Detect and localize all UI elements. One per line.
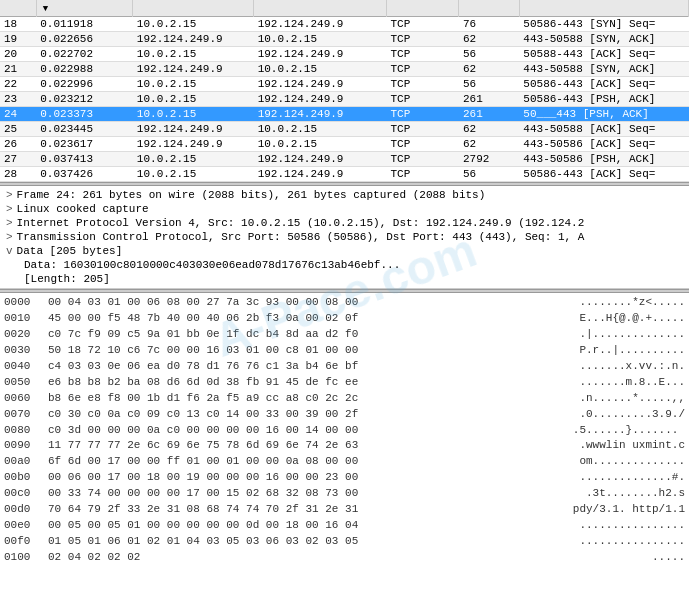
cell-no: 26 bbox=[0, 137, 36, 152]
cell-info: 50586-443 [ACK] Seq= bbox=[519, 167, 688, 182]
cell-source: 10.0.2.15 bbox=[133, 107, 254, 122]
col-source[interactable] bbox=[133, 0, 254, 17]
hex-ascii: ..............#. bbox=[579, 470, 685, 486]
col-info[interactable] bbox=[519, 0, 688, 17]
cell-protocol: TCP bbox=[387, 62, 459, 77]
cell-info: 443-50586 [PSH, ACK] bbox=[519, 152, 688, 167]
cell-length: 76 bbox=[459, 17, 519, 32]
hex-bytes: b8 6e e8 f8 00 1b d1 f6 2a f5 a9 cc a8 c… bbox=[48, 391, 571, 407]
hex-ascii: .5......}....... bbox=[573, 423, 685, 439]
hex-bytes: 6f 6d 00 17 00 00 ff 01 00 01 00 00 0a 0… bbox=[48, 454, 571, 470]
detail-row[interactable]: vData [205 bytes] bbox=[0, 244, 689, 258]
hex-bytes: c0 30 c0 0a c0 09 c0 13 c0 14 00 33 00 3… bbox=[48, 407, 571, 423]
cell-length: 62 bbox=[459, 122, 519, 137]
col-time[interactable]: ▼ bbox=[36, 0, 133, 17]
hex-offset: 0020 bbox=[4, 327, 40, 343]
col-no[interactable] bbox=[0, 0, 36, 17]
hex-offset: 0040 bbox=[4, 359, 40, 375]
table-row[interactable]: 22 0.022996 10.0.2.15 192.124.249.9 TCP … bbox=[0, 77, 689, 92]
cell-source: 192.124.249.9 bbox=[133, 32, 254, 47]
cell-destination: 192.124.249.9 bbox=[254, 92, 387, 107]
hex-ascii: .0.........3.9./ bbox=[579, 407, 685, 423]
col-destination[interactable] bbox=[254, 0, 387, 17]
hex-bytes: 01 05 01 06 01 02 01 04 03 05 03 06 03 0… bbox=[48, 534, 571, 550]
hex-bytes: e6 b8 b8 b2 ba 08 d6 6d 0d 38 fb 91 45 d… bbox=[48, 375, 571, 391]
detail-text: [Length: 205] bbox=[24, 273, 110, 285]
cell-length: 2792 bbox=[459, 152, 519, 167]
cell-protocol: TCP bbox=[387, 167, 459, 182]
hex-row: 00b0 00 06 00 17 00 18 00 19 00 00 00 16… bbox=[4, 470, 685, 486]
detail-row[interactable]: >Transmission Control Protocol, Src Port… bbox=[0, 230, 689, 244]
cell-protocol: TCP bbox=[387, 77, 459, 92]
table-row[interactable]: 26 0.023617 192.124.249.9 10.0.2.15 TCP … bbox=[0, 137, 689, 152]
cell-info: 50586-443 [SYN] Seq= bbox=[519, 17, 688, 32]
sort-arrow: ▼ bbox=[43, 4, 48, 14]
col-protocol[interactable] bbox=[387, 0, 459, 17]
detail-sub-row[interactable]: [Length: 205] bbox=[0, 272, 689, 286]
table-row[interactable]: 18 0.011918 10.0.2.15 192.124.249.9 TCP … bbox=[0, 17, 689, 32]
cell-no: 20 bbox=[0, 47, 36, 62]
cell-source: 10.0.2.15 bbox=[133, 77, 254, 92]
cell-length: 62 bbox=[459, 32, 519, 47]
details-panel: >Frame 24: 261 bytes on wire (2088 bits)… bbox=[0, 186, 689, 289]
table-row[interactable]: 23 0.023212 10.0.2.15 192.124.249.9 TCP … bbox=[0, 92, 689, 107]
cell-protocol: TCP bbox=[387, 137, 459, 152]
cell-no: 25 bbox=[0, 122, 36, 137]
hex-row: 00d0 70 64 79 2f 33 2e 31 08 68 74 74 70… bbox=[4, 502, 685, 518]
cell-protocol: TCP bbox=[387, 122, 459, 137]
cell-protocol: TCP bbox=[387, 92, 459, 107]
cell-source: 10.0.2.15 bbox=[133, 167, 254, 182]
cell-no: 23 bbox=[0, 92, 36, 107]
hex-bytes: 02 04 02 02 02 bbox=[48, 550, 644, 566]
cell-destination: 10.0.2.15 bbox=[254, 137, 387, 152]
detail-row[interactable]: >Linux cooked capture bbox=[0, 202, 689, 216]
hex-row: 0070 c0 30 c0 0a c0 09 c0 13 c0 14 00 33… bbox=[4, 407, 685, 423]
cell-time: 0.037413 bbox=[36, 152, 133, 167]
detail-sub-row[interactable]: Data: 16030100c8010000c403030e06ead078d1… bbox=[0, 258, 689, 272]
table-row[interactable]: 28 0.037426 10.0.2.15 192.124.249.9 TCP … bbox=[0, 167, 689, 182]
cell-no: 21 bbox=[0, 62, 36, 77]
hex-bytes: 00 04 03 01 00 06 08 00 27 7a 3c 93 00 0… bbox=[48, 295, 571, 311]
hex-bytes: c4 03 03 0e 06 ea d0 78 d1 76 76 c1 3a b… bbox=[48, 359, 571, 375]
hex-ascii: .......x.vv.:.n. bbox=[579, 359, 685, 375]
detail-text: Data: 16030100c8010000c403030e06ead078d1… bbox=[24, 259, 400, 271]
hex-row: 0020 c0 7c f9 09 c5 9a 01 bb 0e 1f dc b4… bbox=[4, 327, 685, 343]
cell-source: 192.124.249.9 bbox=[133, 122, 254, 137]
hex-ascii: pdy/3.1. http/1.1 bbox=[573, 502, 685, 518]
hex-offset: 00f0 bbox=[4, 534, 40, 550]
hex-ascii: E...H{@.@.+..... bbox=[579, 311, 685, 327]
hex-offset: 0010 bbox=[4, 311, 40, 327]
hex-bytes: c0 7c f9 09 c5 9a 01 bb 0e 1f dc b4 8d a… bbox=[48, 327, 571, 343]
hex-offset: 0000 bbox=[4, 295, 40, 311]
cell-length: 62 bbox=[459, 137, 519, 152]
cell-info: 443-50588 [SYN, ACK] bbox=[519, 32, 688, 47]
expand-icon: > bbox=[6, 217, 13, 229]
hex-row: 00a0 6f 6d 00 17 00 00 ff 01 00 01 00 00… bbox=[4, 454, 685, 470]
table-row[interactable]: 20 0.022702 10.0.2.15 192.124.249.9 TCP … bbox=[0, 47, 689, 62]
cell-time: 0.023617 bbox=[36, 137, 133, 152]
cell-no: 19 bbox=[0, 32, 36, 47]
cell-destination: 10.0.2.15 bbox=[254, 122, 387, 137]
col-length[interactable] bbox=[459, 0, 519, 17]
table-row[interactable]: 24 0.023373 10.0.2.15 192.124.249.9 TCP … bbox=[0, 107, 689, 122]
hex-row: 0040 c4 03 03 0e 06 ea d0 78 d1 76 76 c1… bbox=[4, 359, 685, 375]
cell-time: 0.022988 bbox=[36, 62, 133, 77]
detail-text: Internet Protocol Version 4, Src: 10.0.2… bbox=[17, 217, 585, 229]
hex-offset: 00a0 bbox=[4, 454, 40, 470]
cell-destination: 10.0.2.15 bbox=[254, 62, 387, 77]
hex-bytes: c0 3d 00 00 00 0a c0 00 00 00 00 16 00 1… bbox=[48, 423, 565, 439]
table-row[interactable]: 19 0.022656 192.124.249.9 10.0.2.15 TCP … bbox=[0, 32, 689, 47]
detail-row[interactable]: >Internet Protocol Version 4, Src: 10.0.… bbox=[0, 216, 689, 230]
table-row[interactable]: 25 0.023445 192.124.249.9 10.0.2.15 TCP … bbox=[0, 122, 689, 137]
hex-offset: 0100 bbox=[4, 550, 40, 566]
cell-destination: 192.124.249.9 bbox=[254, 167, 387, 182]
table-row[interactable]: 27 0.037413 10.0.2.15 192.124.249.9 TCP … bbox=[0, 152, 689, 167]
hex-offset: 00c0 bbox=[4, 486, 40, 502]
hex-offset: 0080 bbox=[4, 423, 40, 439]
cell-source: 10.0.2.15 bbox=[133, 92, 254, 107]
cell-time: 0.037426 bbox=[36, 167, 133, 182]
detail-row[interactable]: >Frame 24: 261 bytes on wire (2088 bits)… bbox=[0, 188, 689, 202]
cell-length: 261 bbox=[459, 92, 519, 107]
table-row[interactable]: 21 0.022988 192.124.249.9 10.0.2.15 TCP … bbox=[0, 62, 689, 77]
cell-length: 56 bbox=[459, 167, 519, 182]
